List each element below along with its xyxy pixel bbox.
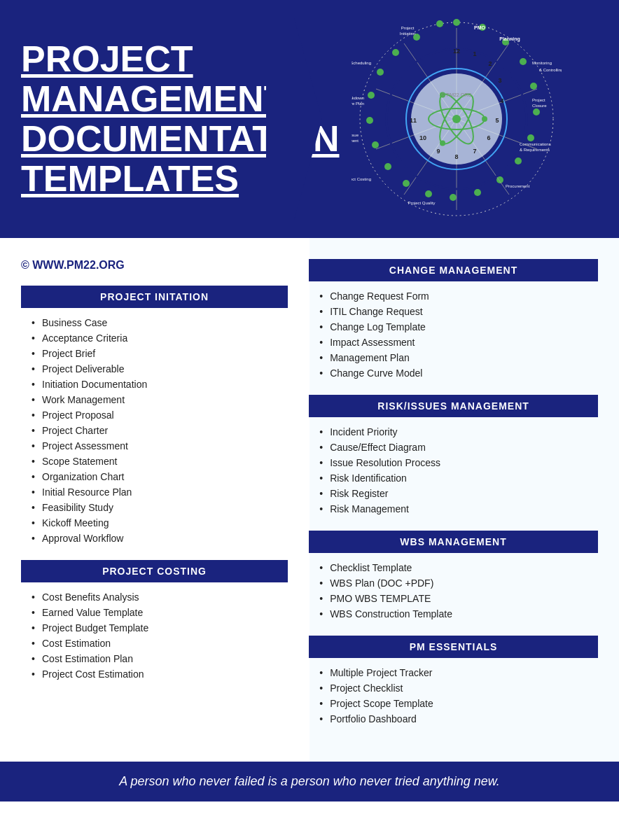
svg-point-21 (436, 20, 443, 27)
list-item: Project Brief (28, 346, 281, 361)
svg-point-40 (440, 141, 445, 146)
svg-point-9 (496, 176, 503, 183)
list-item: Business Case (28, 315, 281, 330)
list-item: Initial Resource Plan (28, 484, 281, 500)
project-costing-list: Cost Benefits Analysis Earned Value Temp… (21, 589, 288, 682)
diagram-area: 12 1 2 3 4 5 6 7 8 9 10 11 PMO Planning … (294, 0, 619, 238)
svg-text:3: 3 (498, 77, 501, 84)
list-item: Earned Value Template (28, 605, 281, 620)
list-item: Project Checklist (316, 680, 591, 696)
list-item: Project Deliverable (28, 361, 281, 377)
svg-text:Project Quality: Project Quality (408, 201, 435, 205)
svg-point-13 (403, 180, 410, 187)
svg-text:Communications: Communications (520, 142, 551, 146)
list-item: Issue Resolution Process (316, 455, 591, 470)
svg-text:11: 11 (410, 117, 417, 124)
svg-point-4 (520, 58, 527, 65)
list-item: Checklist Template (316, 560, 591, 575)
svg-text:7: 7 (473, 148, 476, 155)
svg-text:Initiation: Initiation (400, 31, 415, 36)
list-item: Project Budget Template (28, 620, 281, 636)
pm-essentials-list: Multiple Project Tracker Project Checkli… (309, 665, 598, 727)
svg-point-18 (377, 69, 384, 76)
project-costing-header: PROJECT COSTING (21, 560, 288, 582)
svg-point-12 (425, 190, 432, 197)
left-column: © WWW.PM22.ORG PROJECT INITATION Busines… (21, 259, 288, 741)
svg-text:5: 5 (495, 117, 499, 124)
list-item: Feasibility Study (28, 500, 281, 515)
svg-point-5 (530, 83, 537, 90)
list-item: Work Management (28, 392, 281, 407)
svg-point-8 (515, 158, 522, 164)
svg-text:Planning: Planning (499, 36, 520, 42)
pm-essentials-section: PM ESSENTIALS Multiple Project Tracker P… (309, 636, 598, 727)
svg-text:Structure Plan: Structure Plan (352, 102, 364, 106)
list-item: WBS Construction Template (316, 606, 591, 622)
list-item: PMO WBS TEMPLATE (316, 591, 591, 606)
change-management-section: CHANGE MANAGEMENT Change Request Form IT… (309, 259, 598, 381)
svg-text:& Controlling: & Controlling (539, 68, 562, 72)
list-item: ITIL Change Request (316, 304, 591, 319)
list-item: Cost Benefits Analysis (28, 589, 281, 605)
list-item: Initiation Documentation (28, 377, 281, 392)
svg-point-1 (453, 19, 460, 26)
svg-text:Monitoring: Monitoring (532, 61, 552, 65)
svg-text:& Requirements: & Requirements (520, 148, 550, 152)
content-section: © WWW.PM22.ORG PROJECT INITATION Busines… (0, 238, 619, 762)
svg-text:10: 10 (419, 134, 426, 141)
list-item: Risk Register (316, 486, 591, 501)
svg-text:Scheduling: Scheduling (352, 61, 371, 65)
svg-text:1: 1 (473, 50, 476, 57)
wbs-management-header: WBS MANAGEMENT (309, 531, 598, 553)
website-credit: © WWW.PM22.ORG (21, 259, 288, 272)
change-management-list: Change Request Form ITIL Change Request … (309, 288, 598, 381)
list-item: Cost Estimation (28, 636, 281, 651)
svg-text:Work Breakdown: Work Breakdown (352, 96, 364, 100)
list-item: WBS Plan (DOC +PDF) (316, 575, 591, 591)
right-column: CHANGE MANAGEMENT Change Request Form IT… (309, 259, 598, 741)
list-item: Project Charter (28, 423, 281, 438)
svg-point-14 (384, 163, 391, 170)
circular-diagram: 12 1 2 3 4 5 6 7 8 9 10 11 PMO Planning … (352, 14, 562, 224)
wbs-management-list: Checklist Template WBS Plan (DOC +PDF) P… (309, 560, 598, 622)
project-initiation-list: Business Case Acceptance Criteria Projec… (21, 315, 288, 546)
list-item: Cause/Effect Diagram (316, 440, 591, 455)
project-initiation-section: PROJECT INITATION Business Case Acceptan… (21, 286, 288, 546)
svg-point-16 (366, 117, 373, 124)
list-item: Project Proposal (28, 407, 281, 423)
svg-point-39 (482, 116, 487, 122)
wbs-management-section: WBS MANAGEMENT Checklist Template WBS Pl… (309, 531, 598, 622)
footer-section: A person who never failed is a person wh… (0, 762, 619, 802)
svg-text:8: 8 (454, 153, 458, 160)
svg-point-11 (450, 194, 457, 201)
risk-issues-header: RISK/ISSUES MANAGEMENT (309, 395, 598, 417)
list-item: Project Assessment (28, 438, 281, 454)
svg-point-6 (533, 108, 540, 115)
list-item: Change Log Template (316, 319, 591, 335)
list-item: Project Cost Estimation (28, 666, 281, 682)
svg-text:9: 9 (436, 148, 440, 155)
project-costing-section: PROJECT COSTING Cost Benefits Analysis E… (21, 560, 288, 682)
svg-text:Closure: Closure (532, 104, 547, 108)
list-item: Kickoff Meeting (28, 515, 281, 531)
list-item: Risk Identification (316, 470, 591, 486)
svg-text:PMO: PMO (474, 25, 486, 30)
svg-text:Project Costing: Project Costing (352, 177, 371, 181)
svg-text:6: 6 (487, 134, 490, 141)
list-item: Project Scope Template (316, 696, 591, 711)
list-item: Impact Assessment (316, 335, 591, 350)
svg-text:© PM22.ORG: © PM22.ORG (441, 92, 471, 97)
footer-quote: A person who never failed is a person wh… (21, 774, 598, 789)
svg-point-38 (452, 115, 461, 123)
svg-text:Procurement: Procurement (506, 184, 530, 188)
svg-text:2: 2 (488, 60, 492, 67)
project-initiation-header: PROJECT INITATION (21, 286, 288, 308)
list-item: Multiple Project Tracker (316, 665, 591, 680)
list-item: Approval Workflow (28, 531, 281, 546)
list-item: Change Curve Model (316, 365, 591, 381)
svg-point-15 (372, 141, 379, 148)
list-item: Portfolio Dashboard (316, 711, 591, 727)
svg-text:4: 4 (500, 97, 503, 104)
list-item: Cost Estimation Plan (28, 651, 281, 666)
risk-issues-list: Incident Priority Cause/Effect Diagram I… (309, 424, 598, 517)
